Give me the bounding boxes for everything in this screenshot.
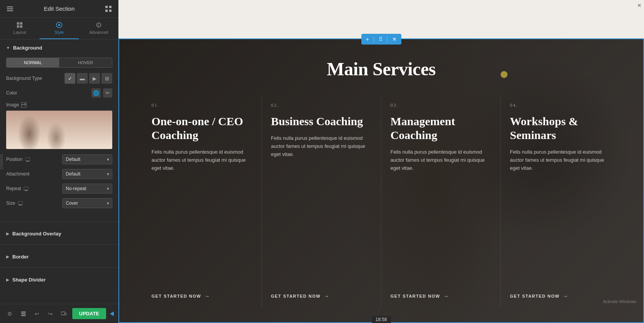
- service-name-2: Business Coaching: [271, 114, 372, 128]
- svg-rect-20: [24, 187, 28, 190]
- section-move-button[interactable]: ⠿: [377, 35, 384, 43]
- panel-header: Edit Section: [0, 0, 118, 18]
- svg-rect-10: [20, 25, 22, 28]
- layers-icon[interactable]: [18, 308, 28, 319]
- tab-style[interactable]: Style: [40, 18, 79, 39]
- tab-layout[interactable]: Layout: [0, 18, 40, 39]
- section-add-button[interactable]: +: [364, 35, 370, 43]
- border-arrow-icon: ▶: [6, 255, 9, 259]
- services-grid: 01. One-on-one / CEO Coaching Felis null…: [142, 95, 620, 307]
- responsive-icon[interactable]: [58, 308, 69, 319]
- svg-rect-19: [27, 161, 29, 162]
- svg-rect-1: [7, 8, 13, 9]
- service-card-3: 03. Management Coaching Felis nulla puru…: [381, 95, 501, 307]
- background-arrow-icon: ▼: [6, 46, 10, 50]
- arrow-indicator: [110, 311, 114, 316]
- svg-rect-9: [17, 25, 19, 28]
- attachment-select-wrap[interactable]: Default ▼: [62, 169, 112, 179]
- svg-point-12: [58, 24, 60, 26]
- size-row: Size Cover ▼: [6, 198, 112, 208]
- svg-rect-2: [7, 10, 13, 11]
- svg-rect-24: [21, 311, 26, 313]
- canvas-area: + ⠿ ✕ Main Services 01. One-on-one / CEO…: [118, 0, 644, 323]
- svg-rect-28: [65, 313, 66, 315]
- update-button[interactable]: UPDATE: [72, 308, 106, 319]
- bg-type-classic-icon[interactable]: ✓: [65, 73, 75, 84]
- tab-advanced[interactable]: Advanced: [79, 18, 118, 39]
- svg-rect-0: [7, 7, 13, 7]
- panel-tabs: Layout Style Advanced: [0, 18, 118, 40]
- overlay-arrow-icon: ▶: [6, 232, 9, 236]
- size-select[interactable]: Cover: [62, 198, 112, 208]
- attachment-select[interactable]: Default: [62, 169, 112, 179]
- left-panel: Edit Section Layout Style Advanced ▼ Bac…: [0, 0, 118, 323]
- service-desc-4: Felis nulla purus pellentesque id euismo…: [510, 148, 611, 285]
- background-label: Background: [13, 45, 42, 51]
- repeat-select-wrap[interactable]: No-repeat ▼: [62, 184, 112, 194]
- sub-tab-normal[interactable]: NORMAL: [7, 58, 59, 67]
- service-name-3: Management Coaching: [391, 114, 491, 142]
- cta-arrow-2: →: [324, 293, 330, 299]
- bottom-bar: ⚙ ↩ ↪ UPDATE: [0, 304, 118, 323]
- service-desc-2: Felis nulla purus pellentesque id euismo…: [271, 134, 372, 285]
- service-desc-3: Felis nulla purus pellentesque id euismo…: [391, 148, 491, 285]
- service-cta-2[interactable]: GET STARTED NOW →: [271, 293, 372, 299]
- service-card-1: 01. One-on-one / CEO Coaching Felis null…: [142, 95, 262, 307]
- service-cta-1[interactable]: GET STARTED NOW →: [151, 293, 252, 299]
- svg-rect-22: [18, 201, 23, 205]
- image-preview[interactable]: [6, 111, 112, 149]
- position-select[interactable]: Default: [62, 154, 112, 164]
- ctrl-separator-1: [374, 36, 374, 42]
- bg-type-label: Background Type: [6, 76, 42, 81]
- canvas-close-icon[interactable]: ✕: [636, 2, 642, 9]
- section-control-bar: + ⠿ ✕: [361, 34, 401, 45]
- image-label: Image: [6, 102, 19, 108]
- bg-overlay-toggle[interactable]: ▶ Background Overlay: [0, 225, 118, 242]
- background-section-toggle[interactable]: ▼ Background: [0, 40, 118, 56]
- services-title: Main Services: [142, 58, 620, 80]
- resize-handle[interactable]: ⋮: [0, 154, 3, 169]
- color-field: 🌐 ✏: [92, 88, 112, 98]
- background-section-body: NORMAL HOVER Background Type ✓ ▬ ▶ ⊞ Col…: [0, 56, 118, 219]
- hamburger-icon[interactable]: [6, 5, 14, 13]
- shape-label: Shape Divider: [12, 277, 46, 283]
- size-label: Size: [6, 200, 23, 206]
- divider-2: [0, 244, 118, 245]
- grid-icon[interactable]: [105, 5, 112, 13]
- cta-arrow-3: →: [443, 293, 449, 299]
- color-label: Color: [6, 90, 17, 96]
- repeat-select[interactable]: No-repeat: [62, 184, 112, 194]
- panel-content: ▼ Background NORMAL HOVER Background Typ…: [0, 40, 118, 304]
- settings-icon[interactable]: ⚙: [5, 308, 15, 319]
- color-pencil-icon[interactable]: ✏: [103, 88, 112, 98]
- bg-type-gradient-icon[interactable]: ▬: [77, 73, 88, 84]
- section-close-button[interactable]: ✕: [391, 35, 398, 43]
- shape-arrow-icon: ▶: [6, 278, 9, 282]
- service-card-2: 02. Business Coaching Felis nulla purus …: [262, 95, 381, 307]
- svg-point-17: [25, 103, 26, 104]
- history-icon[interactable]: ↩: [32, 308, 42, 319]
- service-cta-3[interactable]: GET STARTED NOW →: [391, 293, 491, 299]
- sub-tab-hover[interactable]: HOVER: [59, 58, 112, 67]
- attachment-row: Attachment Default ▼: [6, 169, 112, 179]
- service-cta-4[interactable]: GET STARTED NOW →: [510, 293, 611, 299]
- position-select-wrap[interactable]: Default ▼: [62, 154, 112, 164]
- bg-type-slideshow-icon[interactable]: ⊞: [102, 73, 112, 84]
- bg-type-icons: ✓ ▬ ▶ ⊞: [65, 73, 112, 84]
- undo-icon[interactable]: ↪: [45, 308, 55, 319]
- size-select-wrap[interactable]: Cover ▼: [62, 198, 112, 208]
- bg-image-thumbnail: [6, 111, 112, 149]
- svg-rect-3: [105, 6, 108, 8]
- color-globe-icon[interactable]: 🌐: [92, 88, 101, 98]
- border-toggle[interactable]: ▶ Border: [0, 248, 118, 265]
- shape-toggle[interactable]: ▶ Shape Divider: [0, 272, 118, 288]
- service-desc-1: Felis nulla purus pellentesque id euismo…: [151, 148, 252, 285]
- bg-type-video-icon[interactable]: ▶: [89, 73, 100, 84]
- position-row: Position Default ▼: [6, 154, 112, 164]
- svg-rect-7: [17, 22, 19, 25]
- service-number-2: 02.: [271, 103, 372, 108]
- svg-rect-8: [20, 22, 22, 25]
- svg-rect-27: [61, 312, 65, 315]
- color-row: Color 🌐 ✏: [6, 88, 112, 98]
- service-number-3: 03.: [391, 103, 491, 108]
